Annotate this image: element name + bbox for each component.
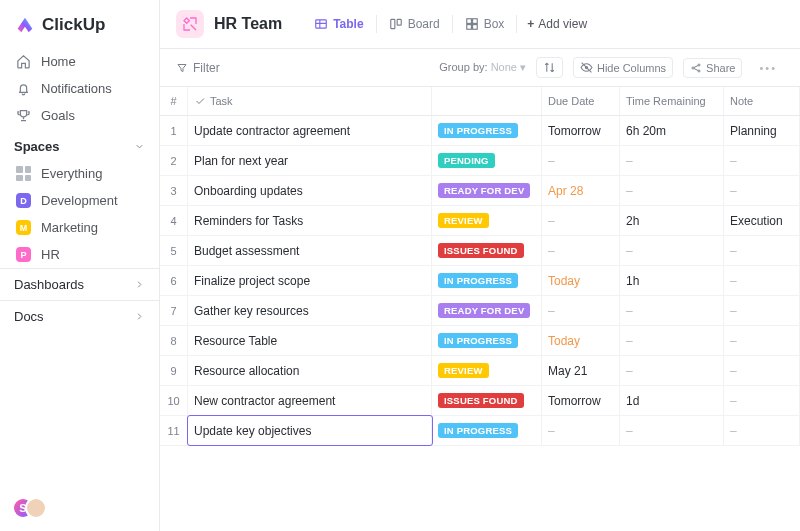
col-remaining[interactable]: Time Remaining — [620, 87, 724, 115]
cell-note[interactable]: Execution — [724, 206, 800, 235]
hide-columns-button[interactable]: Hide Columns — [573, 57, 673, 78]
nav-docs[interactable]: Docs — [0, 300, 159, 332]
cell-num: 1 — [160, 116, 188, 145]
cell-note[interactable]: – — [724, 236, 800, 265]
cell-task[interactable]: Resource allocation — [188, 356, 432, 385]
table-row[interactable]: 1Update contractor agreementIN PROGRESST… — [160, 116, 800, 146]
cell-due[interactable]: – — [542, 416, 620, 445]
cell-status[interactable]: ISSUES FOUND — [432, 386, 542, 415]
cell-task[interactable]: Budget assessment — [188, 236, 432, 265]
cell-remaining[interactable]: 1h — [620, 266, 724, 295]
view-tab-table[interactable]: Table — [306, 13, 371, 35]
cell-status[interactable]: ISSUES FOUND — [432, 236, 542, 265]
table-row[interactable]: 10New contractor agreementISSUES FOUNDTo… — [160, 386, 800, 416]
cell-due[interactable]: Today — [542, 326, 620, 355]
cell-note[interactable]: – — [724, 266, 800, 295]
table-row[interactable]: 5Budget assessmentISSUES FOUND––– — [160, 236, 800, 266]
cell-num: 5 — [160, 236, 188, 265]
cell-status[interactable]: READY FOR DEV — [432, 176, 542, 205]
cell-note[interactable]: – — [724, 326, 800, 355]
cell-status[interactable]: READY FOR DEV — [432, 296, 542, 325]
share-button[interactable]: Share — [683, 58, 742, 78]
cell-task[interactable]: Plan for next year — [188, 146, 432, 175]
add-view-button[interactable]: +Add view — [521, 13, 593, 35]
table-row[interactable]: 4Reminders for TasksREVIEW–2hExecution — [160, 206, 800, 236]
cell-remaining[interactable]: 2h — [620, 206, 724, 235]
table-row[interactable]: 9Resource allocationREVIEWMay 21–– — [160, 356, 800, 386]
cell-remaining[interactable]: – — [620, 146, 724, 175]
share-icon — [690, 62, 702, 74]
cell-due[interactable]: – — [542, 296, 620, 325]
cell-note[interactable]: Planning — [724, 116, 800, 145]
group-by-select[interactable]: Group by: None ▾ — [439, 61, 526, 74]
cell-task[interactable]: New contractor agreement — [188, 386, 432, 415]
space-item[interactable]: PHR — [8, 241, 151, 268]
table-row[interactable]: 11Update key objectivesIN PROGRESS––– — [160, 416, 800, 446]
table-row[interactable]: 8Resource TableIN PROGRESSToday–– — [160, 326, 800, 356]
cell-task[interactable]: Update key objectives — [188, 416, 432, 445]
col-due[interactable]: Due Date — [542, 87, 620, 115]
cell-note[interactable]: – — [724, 356, 800, 385]
nav-dashboards[interactable]: Dashboards — [0, 268, 159, 300]
cell-remaining[interactable]: – — [620, 356, 724, 385]
brand[interactable]: ClickUp — [0, 0, 159, 48]
cell-remaining[interactable]: – — [620, 326, 724, 355]
eye-off-icon — [580, 61, 593, 74]
cell-note[interactable]: – — [724, 296, 800, 325]
cell-status[interactable]: IN PROGRESS — [432, 326, 542, 355]
sort-button[interactable] — [536, 57, 563, 78]
cell-due[interactable]: May 21 — [542, 356, 620, 385]
space-item[interactable]: DDevelopment — [8, 187, 151, 214]
cell-due[interactable]: – — [542, 236, 620, 265]
cell-task[interactable]: Finalize project scope — [188, 266, 432, 295]
cell-note[interactable]: – — [724, 176, 800, 205]
more-button[interactable]: ••• — [752, 58, 784, 78]
view-tab-box[interactable]: Box — [457, 13, 513, 35]
cell-due[interactable]: Today — [542, 266, 620, 295]
space-item[interactable]: MMarketing — [8, 214, 151, 241]
col-task[interactable]: Task — [188, 87, 432, 115]
cell-remaining[interactable]: – — [620, 416, 724, 445]
cell-task[interactable]: Resource Table — [188, 326, 432, 355]
cell-num: 11 — [160, 416, 188, 445]
cell-due[interactable]: – — [542, 206, 620, 235]
nav-notifications[interactable]: Notifications — [8, 75, 151, 102]
cell-status[interactable]: REVIEW — [432, 206, 542, 235]
cell-note[interactable]: – — [724, 386, 800, 415]
cell-status[interactable]: IN PROGRESS — [432, 416, 542, 445]
view-tab-board[interactable]: Board — [381, 13, 448, 35]
cell-task[interactable]: Onboarding updates — [188, 176, 432, 205]
cell-due[interactable]: – — [542, 146, 620, 175]
cell-task[interactable]: Reminders for Tasks — [188, 206, 432, 235]
cell-status[interactable]: IN PROGRESS — [432, 266, 542, 295]
cell-task[interactable]: Update contractor agreement — [188, 116, 432, 145]
cell-status[interactable]: IN PROGRESS — [432, 116, 542, 145]
svg-rect-1 — [390, 19, 394, 28]
col-num[interactable]: # — [160, 87, 188, 115]
cell-status[interactable]: REVIEW — [432, 356, 542, 385]
nav-home[interactable]: Home — [8, 48, 151, 75]
user-avatars[interactable]: S — [0, 497, 159, 531]
table-row[interactable]: 6Finalize project scopeIN PROGRESSToday1… — [160, 266, 800, 296]
cell-remaining[interactable]: – — [620, 236, 724, 265]
nav-goals[interactable]: Goals — [8, 102, 151, 129]
table-row[interactable]: 3Onboarding updatesREADY FOR DEVApr 28–– — [160, 176, 800, 206]
cell-due[interactable]: Apr 28 — [542, 176, 620, 205]
cell-note[interactable]: – — [724, 416, 800, 445]
cell-note[interactable]: – — [724, 146, 800, 175]
cell-remaining[interactable]: – — [620, 176, 724, 205]
space-everything[interactable]: Everything — [8, 160, 151, 187]
cell-remaining[interactable]: 1d — [620, 386, 724, 415]
cell-due[interactable]: Tomorrow — [542, 116, 620, 145]
col-note[interactable]: Note — [724, 87, 800, 115]
table-row[interactable]: 7Gather key resourcesREADY FOR DEV––– — [160, 296, 800, 326]
table-row[interactable]: 2Plan for next yearPENDING––– — [160, 146, 800, 176]
cell-remaining[interactable]: – — [620, 296, 724, 325]
spaces-header[interactable]: Spaces — [0, 129, 159, 160]
cell-due[interactable]: Tomorrow — [542, 386, 620, 415]
cell-status[interactable]: PENDING — [432, 146, 542, 175]
space-icon: D — [16, 193, 31, 208]
filter-button[interactable]: Filter — [176, 61, 220, 75]
cell-task[interactable]: Gather key resources — [188, 296, 432, 325]
cell-remaining[interactable]: 6h 20m — [620, 116, 724, 145]
